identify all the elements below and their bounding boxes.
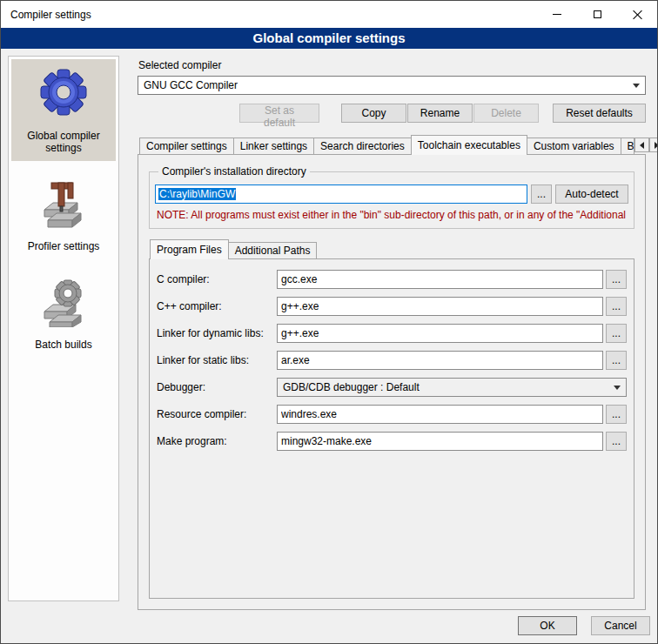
static-linker-label: Linker for static libs: <box>157 354 277 366</box>
cancel-button[interactable]: Cancel <box>591 616 650 635</box>
reset-defaults-button[interactable]: Reset defaults <box>553 104 646 123</box>
close-button[interactable] <box>617 1 657 28</box>
cpp-compiler-browse-button[interactable]: ... <box>606 297 627 316</box>
dynamic-linker-browse-button[interactable]: ... <box>606 324 627 343</box>
sidebar-item-batch-builds[interactable]: Batch builds <box>11 268 116 358</box>
tab-build-options[interactable]: Buil <box>621 138 634 154</box>
main-content: Selected compiler GNU GCC Compiler Set a… <box>127 55 652 610</box>
compiler-select-value: GNU GCC Compiler <box>144 79 238 91</box>
tab-scroll-buttons <box>634 138 658 152</box>
arrow-left-icon <box>640 142 644 149</box>
sidebar-item-label: Batch builds <box>35 339 91 351</box>
auto-detect-button[interactable]: Auto-detect <box>555 184 628 204</box>
c-compiler-browse-button[interactable]: ... <box>606 270 627 289</box>
tab-scroll-left-button[interactable] <box>634 138 649 152</box>
window-controls <box>537 1 657 28</box>
tab-search-directories[interactable]: Search directories <box>313 138 412 154</box>
make-program-row: Make program: ... <box>157 432 627 451</box>
resource-compiler-input[interactable] <box>277 405 603 424</box>
debugger-select-value: GDB/CDB debugger : Default <box>283 381 420 393</box>
maximize-icon <box>594 10 601 18</box>
selected-compiler-label: Selected compiler <box>138 59 646 71</box>
chevron-down-icon <box>614 386 621 390</box>
c-compiler-row: C compiler: ... <box>157 270 627 289</box>
dialog-footer: OK Cancel <box>518 616 650 635</box>
chevron-down-icon <box>633 84 640 88</box>
tab-compiler-settings[interactable]: Compiler settings <box>139 138 234 154</box>
sidebar-item-label: Global compiler settings <box>13 130 114 154</box>
dialog-header: Global compiler settings <box>1 28 657 49</box>
cpp-compiler-input[interactable] <box>277 297 603 316</box>
resource-compiler-browse-button[interactable]: ... <box>606 405 627 424</box>
resource-compiler-label: Resource compiler: <box>157 408 277 420</box>
cpp-compiler-row: C++ compiler: ... <box>157 297 627 316</box>
gray-gear-icon <box>36 275 91 331</box>
installation-directory-group: Compiler's installation directory C:\ray… <box>149 165 634 229</box>
delete-button: Delete <box>473 104 539 123</box>
debugger-label: Debugger: <box>157 381 277 393</box>
arrow-right-icon <box>655 142 658 149</box>
minimize-icon <box>553 14 561 15</box>
sidebar-item-global-compiler-settings[interactable]: Global compiler settings <box>11 59 116 161</box>
compiler-actions: Set as default Copy Rename Delete Reset … <box>138 104 646 123</box>
copy-button[interactable]: Copy <box>341 104 406 123</box>
tab-scroll-right-button[interactable] <box>649 138 658 152</box>
installation-directory-value: C:\raylib\MinGW <box>158 188 236 200</box>
ok-button[interactable]: OK <box>518 616 577 635</box>
window-title: Compiler settings <box>1 9 91 21</box>
make-program-browse-button[interactable]: ... <box>606 432 627 451</box>
debugger-select[interactable]: GDB/CDB debugger : Default <box>277 378 627 397</box>
tab-program-files[interactable]: Program Files <box>150 239 229 259</box>
toolchain-panel: Compiler's installation directory C:\ray… <box>138 154 646 610</box>
debugger-row: Debugger: GDB/CDB debugger : Default <box>157 378 627 397</box>
program-files-tabbar: Program Files Additional Paths <box>145 239 638 258</box>
blue-gear-icon <box>36 66 91 122</box>
program-files-panel: C compiler: ... C++ compiler: ... Linker… <box>149 258 634 599</box>
cpp-compiler-label: C++ compiler: <box>157 300 277 312</box>
sidebar-item-label: Profiler settings <box>28 240 100 252</box>
installation-directory-legend: Compiler's installation directory <box>158 165 310 178</box>
installation-directory-input[interactable]: C:\raylib\MinGW <box>155 184 527 204</box>
sidebar: Global compiler settings <box>8 56 119 601</box>
tab-linker-settings[interactable]: Linker settings <box>233 138 314 154</box>
static-linker-row: Linker for static libs: ... <box>157 351 627 370</box>
installation-directory-row: C:\raylib\MinGW ... Auto-detect <box>155 184 628 204</box>
set-as-default-button: Set as default <box>239 104 319 123</box>
c-compiler-label: C compiler: <box>157 273 277 285</box>
dynamic-linker-input[interactable] <box>277 324 603 343</box>
compiler-select[interactable]: GNU GCC Compiler <box>138 76 646 95</box>
dynamic-linker-row: Linker for dynamic libs: ... <box>157 324 627 343</box>
c-compiler-input[interactable] <box>277 270 603 289</box>
titlebar: Compiler settings <box>1 1 657 28</box>
static-linker-input[interactable] <box>277 351 603 370</box>
make-program-input[interactable] <box>277 432 603 451</box>
settings-tabbar: Compiler settings Linker settings Search… <box>138 135 646 154</box>
tab-toolchain-executables[interactable]: Toolchain executables <box>411 135 527 155</box>
minimize-button[interactable] <box>537 1 577 28</box>
compiler-settings-dialog: Compiler settings Global compiler settin… <box>0 0 658 644</box>
dynamic-linker-label: Linker for dynamic libs: <box>157 327 277 339</box>
sidebar-item-profiler-settings[interactable]: Profiler settings <box>11 170 116 259</box>
tab-additional-paths[interactable]: Additional Paths <box>228 242 318 258</box>
profiler-clamp-icon <box>36 177 91 232</box>
browse-directory-button[interactable]: ... <box>531 184 552 204</box>
make-program-label: Make program: <box>157 435 277 447</box>
maximize-button[interactable] <box>577 1 617 28</box>
tab-custom-variables[interactable]: Custom variables <box>527 138 621 154</box>
static-linker-browse-button[interactable]: ... <box>606 351 627 370</box>
bin-subdirectory-note: NOTE: All programs must exist either in … <box>157 209 627 221</box>
rename-button[interactable]: Rename <box>407 104 473 123</box>
resource-compiler-row: Resource compiler: ... <box>157 405 627 424</box>
close-icon <box>633 10 642 19</box>
